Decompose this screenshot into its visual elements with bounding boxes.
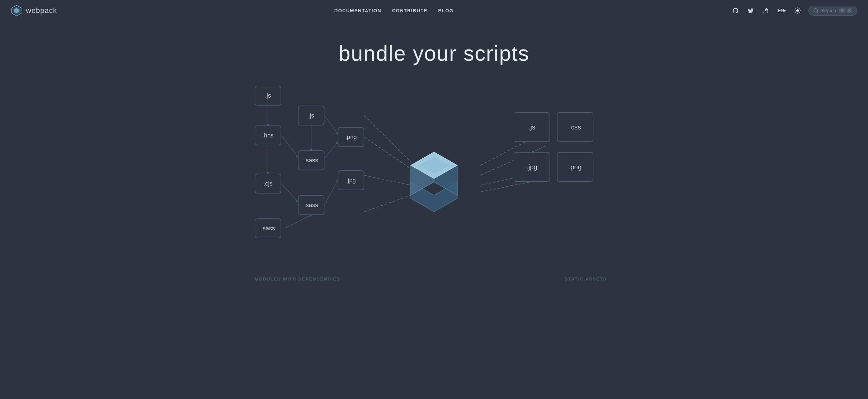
github-icon[interactable] xyxy=(731,6,740,15)
main-content: bundle your scripts .arr { stroke: #4a58… xyxy=(0,0,868,271)
nav-blog[interactable]: BLOG xyxy=(438,8,453,13)
nav-icons: EN▾ Search ⌘ K xyxy=(731,6,857,15)
module-png: .png xyxy=(338,127,364,147)
svg-line-13 xyxy=(817,12,818,12)
nav-links: DOCUMENTATION CONTRIBUTE BLOG xyxy=(334,8,454,13)
search-keyboard-shortcut: ⌘ K xyxy=(839,8,852,13)
search-placeholder: Search xyxy=(821,8,836,13)
svg-line-6 xyxy=(796,8,796,9)
search-icon xyxy=(813,8,818,13)
module-cjs: .cjs xyxy=(255,174,281,194)
svg-line-11 xyxy=(800,8,800,9)
search-kbd-k: K xyxy=(847,8,852,13)
module-sass-2: .sass xyxy=(298,195,324,215)
logo-text: webpack xyxy=(26,6,57,15)
svg-line-10 xyxy=(796,12,796,12)
output-jpg: .jpg xyxy=(514,152,550,182)
module-js-1: .js xyxy=(255,86,281,106)
nav-contribute[interactable]: CONTRIBUTE xyxy=(392,8,428,13)
output-js: .js xyxy=(514,112,550,142)
svg-line-20 xyxy=(324,180,338,205)
search-box[interactable]: Search ⌘ K xyxy=(808,6,857,15)
nav-documentation[interactable]: DOCUMENTATION xyxy=(334,8,381,13)
twitter-icon[interactable] xyxy=(746,6,755,15)
module-js-2: .js xyxy=(298,106,324,126)
assets-label: STATIC ASSETS xyxy=(565,276,607,281)
svg-line-7 xyxy=(800,12,800,12)
bundling-diagram: .arr { stroke: #4a5870; stroke-width: 1.… xyxy=(235,72,633,271)
module-sass-1: .sass xyxy=(298,151,324,170)
hero-title: bundle your scripts xyxy=(338,41,529,66)
svg-line-22 xyxy=(324,142,338,159)
svg-line-18 xyxy=(281,184,298,202)
svg-line-17 xyxy=(281,135,298,157)
search-kbd-cmd: ⌘ xyxy=(839,8,846,13)
navbar: webpack DOCUMENTATION CONTRIBUTE BLOG EN… xyxy=(0,0,868,21)
theme-icon[interactable] xyxy=(793,6,802,15)
svg-line-21 xyxy=(324,115,338,134)
svg-line-23 xyxy=(285,215,311,228)
svg-point-3 xyxy=(796,9,799,12)
svg-point-12 xyxy=(814,9,817,12)
logo-link[interactable]: webpack xyxy=(11,5,57,16)
webpack-logo-icon xyxy=(11,5,23,16)
module-jpg: .jpg xyxy=(338,170,364,190)
stackoverflow-icon[interactable] xyxy=(762,6,771,15)
modules-label: MODULES WITH DEPENDENCIES xyxy=(255,276,340,281)
output-png: .png xyxy=(557,152,593,182)
module-sass-3: .sass xyxy=(255,219,281,238)
translate-icon[interactable]: EN▾ xyxy=(777,7,787,14)
webpack-cube xyxy=(401,135,467,208)
module-hbs: .hbs xyxy=(255,126,281,145)
output-css: .css xyxy=(557,112,593,142)
